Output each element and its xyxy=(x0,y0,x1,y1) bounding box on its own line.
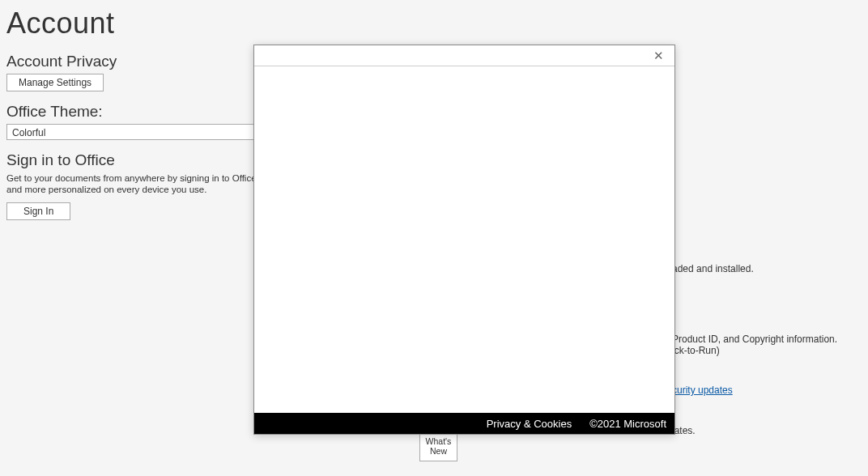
whats-new-line2: New xyxy=(420,446,457,456)
dialog-body xyxy=(254,66,674,413)
sign-in-button[interactable]: Sign In xyxy=(6,202,70,220)
dialog-footer: Privacy & Cookies ©2021 Microsoft xyxy=(254,413,674,434)
about-line2-fragment: ick-to-Run) xyxy=(672,344,720,358)
dialog-titlebar: ✕ xyxy=(254,45,674,66)
security-updates-link[interactable]: curity updates xyxy=(672,385,733,396)
privacy-cookies-link[interactable]: Privacy & Cookies xyxy=(487,418,572,430)
whats-new-line1: What's xyxy=(420,436,457,446)
updates-text-fragment: aded and installed. xyxy=(672,262,754,276)
close-button[interactable]: ✕ xyxy=(642,45,674,66)
whats-new-button[interactable]: What's New xyxy=(419,433,457,461)
manage-settings-button[interactable]: Manage Settings xyxy=(6,74,104,91)
page-title: Account xyxy=(0,0,868,40)
copyright-text: ©2021 Microsoft xyxy=(589,418,666,430)
close-icon: ✕ xyxy=(653,49,664,63)
lates-text-fragment: lates. xyxy=(672,424,696,438)
dialog: ✕ Privacy & Cookies ©2021 Microsoft xyxy=(253,45,675,435)
